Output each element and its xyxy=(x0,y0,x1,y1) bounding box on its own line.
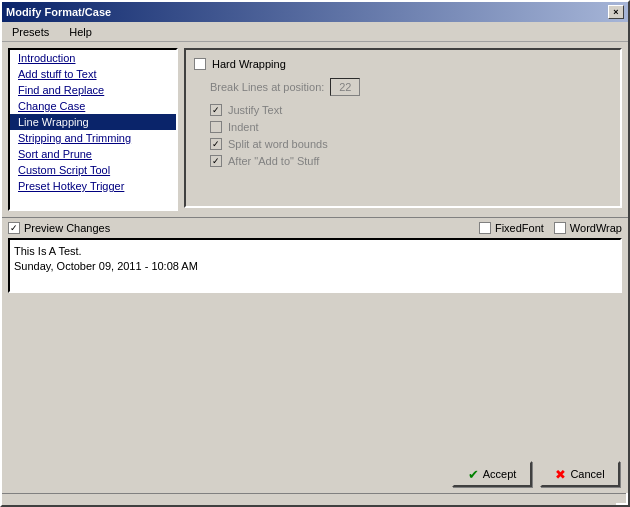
indent-checkbox[interactable] xyxy=(210,121,222,133)
indent-label: Indent xyxy=(228,121,259,133)
accept-label: Accept xyxy=(483,468,517,480)
fixed-font-row: FixedFont xyxy=(479,222,544,234)
nav-item-preset-hotkey[interactable]: Preset Hotkey Trigger xyxy=(10,178,176,194)
right-panel: Hard Wrapping Break Lines at position: J… xyxy=(184,48,622,211)
main-window: Modify Format/Case × Presets Help Introd… xyxy=(0,0,630,507)
preview-text-area: This Is A Test. Sunday, October 09, 2011… xyxy=(8,238,622,293)
nav-item-line-wrapping[interactable]: Line Wrapping xyxy=(10,114,176,130)
nav-item-custom-script[interactable]: Custom Script Tool xyxy=(10,162,176,178)
preview-label: Preview Changes xyxy=(24,222,110,234)
after-add-row: After "Add to" Stuff xyxy=(210,155,612,167)
after-add-label: After "Add to" Stuff xyxy=(228,155,319,167)
title-bar: Modify Format/Case × xyxy=(2,2,628,22)
left-nav-panel: Introduction Add stuff to Text Find and … xyxy=(8,48,178,211)
nav-item-change-case[interactable]: Change Case xyxy=(10,98,176,114)
options-box: Hard Wrapping Break Lines at position: J… xyxy=(184,48,622,208)
fixed-font-checkbox[interactable] xyxy=(479,222,491,234)
nav-item-sort-prune[interactable]: Sort and Prune xyxy=(10,146,176,162)
cancel-icon: ✖ xyxy=(555,467,566,482)
break-lines-label: Break Lines at position: xyxy=(210,81,324,93)
preview-check-row: Preview Changes xyxy=(8,222,110,234)
split-checkbox[interactable] xyxy=(210,138,222,150)
hard-wrapping-row: Hard Wrapping xyxy=(194,58,612,70)
nav-item-find-replace[interactable]: Find and Replace xyxy=(10,82,176,98)
preview-checkbox[interactable] xyxy=(8,222,20,234)
main-content: Introduction Add stuff to Text Find and … xyxy=(2,42,628,217)
preview-line-2: Sunday, October 09, 2011 - 10:08 AM xyxy=(14,259,616,274)
preview-line-1: This Is A Test. xyxy=(14,244,616,259)
button-bar: ✔ Accept ✖ Cancel xyxy=(2,455,628,493)
menu-presets[interactable]: Presets xyxy=(6,24,55,40)
preview-bar: Preview Changes FixedFont WordWrap xyxy=(2,217,628,238)
justify-row: Justify Text xyxy=(210,104,612,116)
status-bar xyxy=(2,493,628,505)
cancel-button[interactable]: ✖ Cancel xyxy=(540,461,620,487)
nav-item-introduction[interactable]: Introduction xyxy=(10,50,176,66)
menu-bar: Presets Help xyxy=(2,22,628,42)
fixed-font-label: FixedFont xyxy=(495,222,544,234)
nav-item-stripping[interactable]: Stripping and Trimming xyxy=(10,130,176,146)
indent-row: Indent xyxy=(210,121,612,133)
close-button[interactable]: × xyxy=(608,5,624,19)
accept-button[interactable]: ✔ Accept xyxy=(452,461,532,487)
window-title: Modify Format/Case xyxy=(6,6,111,18)
hard-wrapping-label: Hard Wrapping xyxy=(212,58,286,70)
accept-icon: ✔ xyxy=(468,467,479,482)
split-row: Split at word bounds xyxy=(210,138,612,150)
after-add-checkbox[interactable] xyxy=(210,155,222,167)
justify-label: Justify Text xyxy=(228,104,282,116)
wordwrap-checkbox[interactable] xyxy=(554,222,566,234)
wordwrap-row: WordWrap xyxy=(554,222,622,234)
wordwrap-label: WordWrap xyxy=(570,222,622,234)
split-label: Split at word bounds xyxy=(228,138,328,150)
resize-handle[interactable] xyxy=(616,493,628,505)
menu-help[interactable]: Help xyxy=(63,24,98,40)
hard-wrapping-checkbox[interactable] xyxy=(194,58,206,70)
break-lines-row: Break Lines at position: xyxy=(210,78,612,96)
title-bar-buttons: × xyxy=(608,5,624,19)
nav-item-add-stuff[interactable]: Add stuff to Text xyxy=(10,66,176,82)
break-lines-input[interactable] xyxy=(330,78,360,96)
justify-checkbox[interactable] xyxy=(210,104,222,116)
cancel-label: Cancel xyxy=(570,468,604,480)
